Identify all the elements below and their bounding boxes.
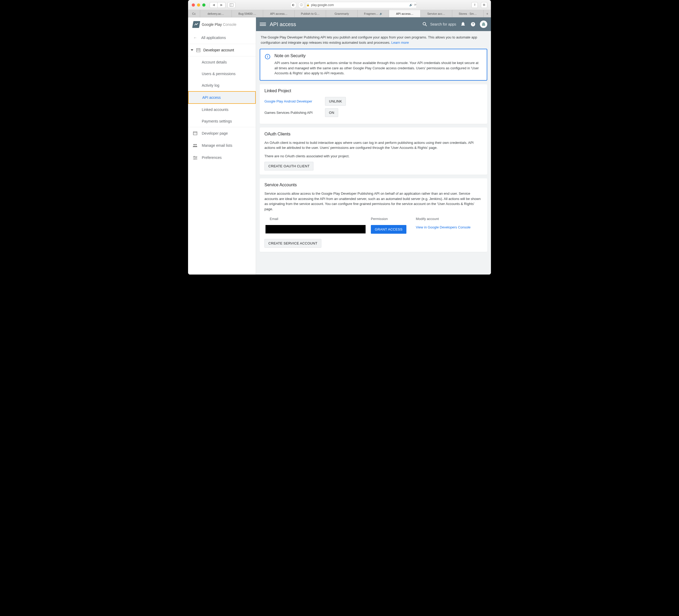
sidebar-item-linked-accounts[interactable]: Linked accounts [188,104,256,115]
svg-rect-5 [199,49,200,50]
unlink-button[interactable]: Unlink [325,97,346,106]
new-tab-button[interactable]: + [484,10,491,17]
address-bar[interactable]: 🔒 play.google.com 🔊 ⟳ [306,2,417,8]
svg-rect-18 [194,159,195,160]
linked-project-title: Linked Project [264,89,483,93]
minimize-window-icon[interactable] [197,3,200,7]
back-arrow-icon: ← [193,35,198,40]
tab-8[interactable]: Service acc… [421,10,452,17]
reload-icon[interactable]: ⟳ [414,3,416,7]
sliders-icon [193,155,198,160]
tabs-overview-button[interactable]: ⧉ [481,2,487,8]
note-body: API users have access to perform actions… [274,60,482,76]
svg-rect-8 [199,50,200,51]
page-icon [193,131,198,136]
sidebar-item-users-permissions[interactable]: Users & permissions [188,68,256,80]
sa-desc: Service accounts allow access to the Goo… [264,191,483,212]
oauth-desc: An OAuth client is required to build int… [264,140,483,150]
security-note-card: i Note on Security API users have access… [260,49,487,81]
svg-point-12 [195,144,197,146]
tab-2[interactable]: Bug 59400:… [232,10,263,17]
learn-more-link[interactable]: Learn more [391,40,409,44]
table-row: Grant Access View in Google Developers C… [264,223,483,236]
create-service-account-button[interactable]: Create Service Account [264,239,321,248]
linked-project-link[interactable]: Google Play Android Developer [264,99,322,103]
sidebar-item-email-lists[interactable]: Manage email lists [188,140,256,152]
svg-rect-16 [194,156,195,157]
forward-button[interactable]: ▶ [218,2,225,8]
sidebar: Google Play Console ← All applications D… [188,18,256,275]
sidebar-item-account-details[interactable]: Account details [188,56,256,68]
info-icon: i [265,54,270,59]
view-in-dev-console-link[interactable]: View in Google Developers Console [416,225,471,229]
sidebar-label: Manage email lists [202,143,232,148]
logo-text: Google Play Console [202,22,236,27]
developer-account-section[interactable]: Developer account [188,44,256,56]
svg-line-20 [425,25,427,26]
sidebar-item-preferences[interactable]: Preferences [188,152,256,164]
play-console-logo[interactable]: Google Play Console [188,18,256,32]
sidebar-toggle-button[interactable] [228,2,235,8]
svg-rect-3 [197,49,198,50]
search-placeholder: Search for apps [430,22,456,26]
sidebar-item-activity-log[interactable]: Activity log [188,80,256,91]
browser-tab-bar: Cc delivery.ac… Bug 59400:… API access… … [188,10,491,18]
account-avatar[interactable] [480,21,487,28]
tab-3[interactable]: API access… [263,10,295,17]
page-title: API access [270,21,296,27]
all-applications-link[interactable]: ← All applications [188,32,256,44]
app-topbar: API access Search for apps ? [256,18,491,31]
audio-icon[interactable]: 🔊 [409,3,413,6]
sidebar-item-payments-settings[interactable]: Payments settings [188,115,256,127]
maximize-window-icon[interactable] [202,3,205,7]
sidebar-label: Preferences [202,155,222,160]
url-text: play.google.com [311,3,334,7]
close-window-icon[interactable] [192,3,195,7]
tab-9[interactable]: Stores · Sm… [452,10,484,17]
all-apps-label: All applications [201,36,226,40]
tab-6[interactable]: Fragmen…🔊 [358,10,389,17]
building-icon [196,48,201,53]
hamburger-menu-icon[interactable] [260,23,266,26]
privacy-report-button[interactable]: ◐ [290,2,297,8]
tab-7[interactable]: API access… [389,10,421,17]
sa-title: Service Accounts [264,183,483,187]
play-logo-icon [192,21,200,28]
oauth-clients-card: OAuth Clients An OAuth client is require… [260,127,487,175]
games-api-toggle[interactable]: On [325,108,338,117]
oauth-title: OAuth Clients [264,132,483,136]
svg-rect-17 [196,158,196,158]
tab-0[interactable]: Cc [188,10,200,17]
grant-access-button[interactable]: Grant Access [371,225,407,234]
back-button[interactable]: ◀ [209,2,218,8]
oauth-empty: There are no OAuth clients associated wi… [264,154,483,159]
svg-rect-9 [193,132,197,135]
service-accounts-table: Email Permission Modify account Grant Ac… [264,215,483,236]
sidebar-item-api-access[interactable]: API access [188,91,256,104]
svg-rect-4 [198,49,199,50]
share-button[interactable]: ⇧ [472,2,478,8]
nav-buttons: ◀ ▶ [209,2,225,8]
lock-icon: 🔒 [306,3,310,6]
svg-text:?: ? [472,22,474,26]
tab-1[interactable]: delivery.ac… [200,10,232,17]
help-icon[interactable]: ? [470,21,476,27]
tab-5[interactable]: Grammarly [326,10,358,17]
tab-4[interactable]: Publish to G… [295,10,326,17]
svg-point-11 [194,144,195,146]
bell-icon[interactable] [460,21,466,27]
search-apps[interactable]: Search for apps [422,21,456,27]
linked-project-card: Linked Project Google Play Android Devel… [260,84,487,124]
note-title: Note on Security [274,54,482,58]
audio-icon[interactable]: 🔊 [380,12,382,15]
svg-rect-0 [230,3,233,6]
svg-point-24 [483,22,484,23]
service-accounts-card: Service Accounts Service accounts allow … [260,178,487,252]
create-oauth-button[interactable]: Create OAuth Client [264,162,314,171]
sidebar-label: Developer page [202,131,228,135]
sidebar-item-developer-page[interactable]: Developer page [188,127,256,140]
site-settings-button[interactable]: ⓘ [298,2,304,8]
main-area: API access Search for apps ? [256,18,491,275]
chevron-down-icon [191,49,193,51]
th-modify: Modify account [415,215,483,223]
